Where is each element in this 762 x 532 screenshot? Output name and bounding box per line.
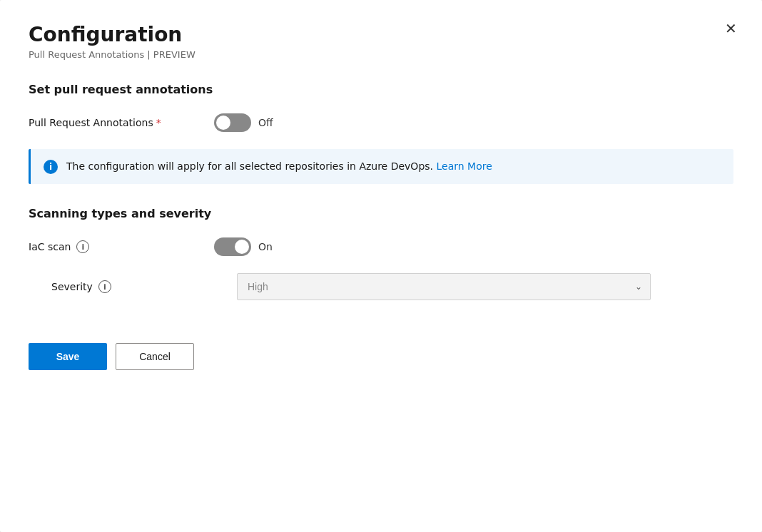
toggle-track — [214, 113, 251, 132]
severity-select[interactable]: High Medium Low Critical — [237, 273, 651, 300]
close-icon: ✕ — [725, 20, 737, 37]
iac-toggle-thumb — [235, 240, 249, 254]
section2-title: Scanning types and severity — [29, 207, 733, 220]
learn-more-link[interactable]: Learn More — [436, 160, 492, 172]
pull-request-toggle[interactable] — [214, 113, 251, 132]
save-button[interactable]: Save — [29, 343, 107, 370]
required-indicator: * — [156, 117, 161, 128]
dialog-footer: Save Cancel — [29, 343, 733, 370]
iac-toggle-track — [214, 237, 251, 256]
iac-scan-toggle[interactable] — [214, 237, 251, 256]
iac-scan-toggle-label: On — [258, 241, 273, 252]
pull-request-annotations-row: Pull Request Annotations * Off — [29, 113, 733, 132]
info-text: The configuration will apply for all sel… — [66, 159, 492, 174]
iac-scan-label: IaC scan i — [29, 240, 214, 253]
iac-scan-info-icon[interactable]: i — [76, 240, 89, 253]
section1-title: Set pull request annotations — [29, 83, 733, 96]
iac-scan-toggle-container: On — [214, 237, 273, 256]
info-box: i The configuration will apply for all s… — [29, 149, 733, 184]
cancel-button[interactable]: Cancel — [116, 343, 194, 370]
configuration-dialog: ✕ Configuration Pull Request Annotations… — [0, 0, 762, 532]
severity-label: Severity i — [51, 280, 237, 293]
close-button[interactable]: ✕ — [719, 17, 742, 40]
toggle-thumb — [216, 116, 230, 130]
severity-info-icon[interactable]: i — [98, 280, 111, 293]
info-icon: i — [44, 160, 58, 174]
iac-scan-row: IaC scan i On — [29, 237, 733, 256]
severity-dropdown-container: High Medium Low Critical ⌄ — [237, 273, 651, 300]
pull-request-toggle-label: Off — [258, 117, 273, 128]
pull-request-annotations-label: Pull Request Annotations * — [29, 117, 214, 128]
dialog-subtitle: Pull Request Annotations | PREVIEW — [29, 49, 733, 60]
severity-row: Severity i High Medium Low Critical ⌄ — [29, 273, 733, 300]
pull-request-toggle-container: Off — [214, 113, 273, 132]
dialog-title: Configuration — [29, 23, 733, 46]
